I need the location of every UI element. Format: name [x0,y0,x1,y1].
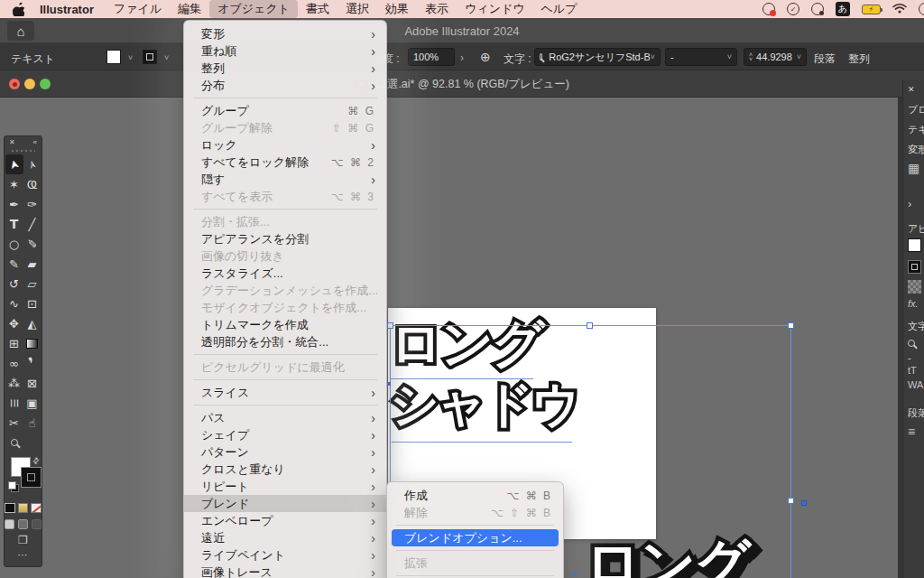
menu-item[interactable]: ライブペイント› [184,546,386,564]
gradient-tool[interactable] [23,333,42,353]
screen-record-status-icon[interactable] [762,3,775,15]
stroke-chevron-icon[interactable]: ˅ [164,53,169,62]
free-transform-tool[interactable]: ⊡ [23,294,42,313]
panel-close-icon[interactable]: ✕ [908,85,915,94]
menu-item-blend[interactable]: ブレンド› [184,495,386,512]
expand-section-icon[interactable]: › [908,197,911,210]
width-tool[interactable]: ∿ [5,294,23,313]
tools-panel-collapse-icon[interactable]: « [33,138,37,146]
battery-charging-icon[interactable]: ⚡ [862,5,881,14]
selection-handle-top-mid[interactable] [587,322,593,329]
pencil-tool[interactable]: ✎ [5,254,23,274]
opacity-checker-icon[interactable] [908,280,921,294]
menu-item[interactable]: 変形› [184,25,386,42]
menu-item[interactable]: 分布› [184,77,386,94]
menu-item[interactable]: エンベロープ› [184,512,386,529]
stroke-color-well[interactable] [21,467,42,488]
puppet-warp-tool[interactable]: ✥ [5,313,23,333]
paintbrush-tool[interactable]: ✐ [23,234,42,254]
rotate-tool[interactable]: ↺ [5,274,23,294]
mesh-tool[interactable]: ⊞ [5,333,23,353]
font-size-icon[interactable]: tT [908,365,917,376]
menubar-item-object[interactable]: オブジェクト [209,0,298,18]
symbol-sprayer-tool[interactable]: ⁂ [5,373,23,393]
menu-item[interactable]: パス› [184,409,386,426]
scale-tool[interactable]: ▱ [23,274,42,294]
appearance-stroke-swatch[interactable] [908,260,921,274]
anchor-point[interactable] [387,382,391,386]
font-family-select[interactable]: RoG2サンセリフStd-B ˅ [534,48,661,66]
menu-item-blend-create[interactable]: 作成⌥ ⌘ B [387,487,563,504]
menu-item[interactable]: グループ解除⇧ ⌘ G [184,119,386,136]
apple-menu-icon[interactable] [13,3,24,16]
menu-item[interactable]: ロック› [184,136,386,154]
font-style-select[interactable]: - ˅ [665,48,737,66]
stroke-color-swatch[interactable] [143,50,157,64]
font-size-stepper[interactable]: ˄˅ 44.9298 ˅ [744,48,807,66]
menubar-item-window[interactable]: ウィンドウ [457,0,533,18]
menu-item[interactable]: 隠す› [184,171,386,188]
ellipse-tool[interactable]: ○ [5,234,23,254]
artboard-tool[interactable]: ▣ [23,393,42,413]
menu-item-blend-options[interactable]: ブレンドオプション... [392,529,559,546]
input-source-icon[interactable]: あ [836,2,850,16]
wifi-icon[interactable] [892,3,907,16]
align-left-icon[interactable]: ≡ [908,424,915,439]
blend-tool[interactable]: ∞ [5,353,23,373]
selection-tool[interactable]: ➤ [5,154,23,174]
type-tool[interactable]: T [5,214,23,234]
menu-item[interactable]: 重ね順› [184,42,386,60]
none-mode-button[interactable] [31,503,42,513]
fill-color-swatch[interactable] [106,50,121,64]
font-style-dash[interactable]: - [908,352,911,363]
direct-selection-tool[interactable]: ➢ [23,154,42,174]
edit-toolbar-button[interactable]: ⋯ [5,549,42,561]
menu-item[interactable]: グループ⌘ G [184,102,386,119]
tracking-icon[interactable]: WA [908,379,923,390]
font-search-icon[interactable] [908,338,915,349]
align-link[interactable]: 整列 [848,51,870,67]
magic-wand-tool[interactable]: ✶ [5,174,23,194]
menubar-item-select[interactable]: 選択 [337,0,377,18]
gradient-mode-button[interactable] [18,503,29,513]
menubar-item-type[interactable]: 書式 [298,0,337,18]
color-mode-button[interactable] [5,503,15,513]
crop-image-tool[interactable]: ⊠ [23,373,42,393]
menubar-item-file[interactable]: ファイル [106,0,170,18]
eyedropper-tool[interactable]: ❜ [23,353,42,373]
slice-tool[interactable]: ✂ [5,413,23,433]
swap-fill-stroke-icon[interactable]: ⇄ [31,455,42,466]
menu-item-blend-expand[interactable]: 拡張 [387,555,563,572]
menu-item[interactable]: アピアランスを分割 [184,230,386,247]
menu-item[interactable]: グラデーションメッシュを作成... [184,282,386,299]
properties-panel-label[interactable]: プロ [908,103,924,117]
menu-item[interactable]: 画像トレース› [184,564,386,578]
menu-item-blend-release[interactable]: 解除⌥ ⇧ ⌘ B [387,504,563,521]
line-segment-tool[interactable]: ╱ [23,214,42,234]
menu-item[interactable]: 画像の切り抜き [184,247,386,265]
fill-chevron-icon[interactable]: ˅ [128,53,133,62]
selection-handle-top-left[interactable] [387,322,393,329]
default-fill-stroke-icon[interactable] [8,481,16,489]
hand-tool[interactable]: ☝ [23,413,42,433]
anchor-point[interactable] [573,573,577,576]
menu-item[interactable]: 分割・拡張... [184,213,386,230]
reference-point-icon[interactable]: ▦ [908,161,919,175]
paragraph-link[interactable]: 段落 [814,51,836,67]
draw-inside-button[interactable] [32,519,42,529]
document-setup-icon[interactable]: ⊕ [480,50,491,64]
menu-item[interactable]: 遠近› [184,529,386,546]
opacity-input[interactable]: 100% [408,48,455,66]
artwork-outline-text-line2[interactable]: シャドウ シャドウ [390,379,578,428]
pen-tool[interactable]: ✒ [5,194,23,214]
menubar-item-edit[interactable]: 編集 [170,0,209,18]
eraser-tool[interactable]: ▰ [23,254,42,274]
selection-handle-right-mid[interactable] [788,498,794,504]
check-circle-status-icon[interactable]: ✓ [787,3,799,15]
selection-handle-top-right[interactable] [788,322,794,329]
stepper-arrows-icon[interactable]: ˄˅ [749,52,753,61]
draw-normal-button[interactable] [5,519,14,529]
lasso-tool[interactable]: Ҩ [23,174,42,194]
menu-item[interactable]: すべてをロック解除⌥ ⌘ 2 [184,154,386,171]
menu-item[interactable]: モザイクオブジェクトを作成... [184,299,386,316]
